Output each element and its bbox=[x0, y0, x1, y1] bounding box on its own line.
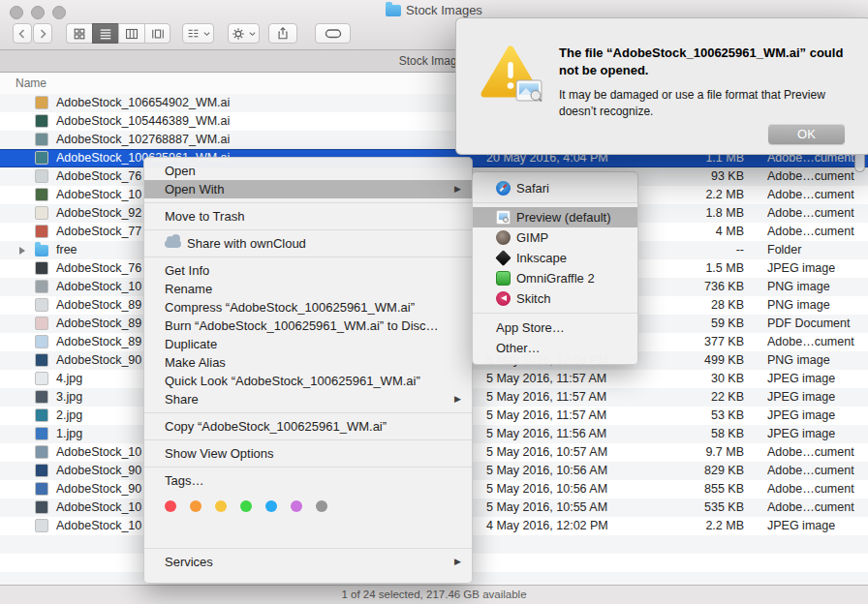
folder-icon bbox=[35, 245, 48, 257]
chevron-down-icon bbox=[203, 31, 210, 37]
menu-item-skitch[interactable]: Skitch bbox=[473, 288, 637, 309]
share-button[interactable] bbox=[268, 23, 297, 44]
file-kind: Adobe…cument bbox=[767, 167, 864, 186]
column-view-button[interactable] bbox=[118, 23, 144, 44]
file-icon bbox=[35, 298, 48, 312]
menu-item-make-alias[interactable]: Make Alias bbox=[144, 353, 472, 372]
file-name: AdobeStock_89 bbox=[56, 315, 141, 333]
tag-color-dot[interactable] bbox=[240, 500, 252, 512]
menu-separator bbox=[473, 313, 637, 314]
tag-color-dot[interactable] bbox=[291, 500, 302, 512]
arrange-icon bbox=[187, 27, 200, 40]
menu-item-move-to-trash[interactable]: Move to Trash bbox=[144, 207, 472, 226]
menu-item-quick-look-adobestock-100625961-wm-ai[interactable]: Quick Look “AdobeStock_100625961_WM.ai” bbox=[144, 372, 472, 390]
ok-button[interactable]: OK bbox=[768, 124, 845, 144]
menu-item-label: OmniGraffle 2 bbox=[516, 268, 595, 288]
menu-item-open-with[interactable]: Open With ▶ bbox=[144, 180, 472, 198]
ok-button-label: OK bbox=[797, 127, 816, 141]
tag-color-dot[interactable] bbox=[265, 500, 277, 512]
safari-icon bbox=[496, 181, 511, 196]
file-name: free bbox=[56, 241, 78, 259]
menu-item-label: Make Alias bbox=[165, 355, 226, 370]
menu-item-preview-default[interactable]: Preview (default) bbox=[473, 207, 637, 227]
open-with-submenu: Safari Preview (default) GIMP Inkscape O… bbox=[472, 171, 638, 365]
file-icon bbox=[35, 500, 48, 514]
menu-item-share-with-owncloud[interactable]: Share with ownCloud bbox=[144, 234, 472, 253]
arrange-button[interactable] bbox=[182, 23, 214, 44]
menu-item-tags[interactable]: Tags… bbox=[144, 471, 472, 490]
file-size: 59 KB bbox=[632, 315, 744, 333]
menu-item-app-store[interactable]: App Store… bbox=[473, 317, 637, 338]
column-view-icon bbox=[125, 27, 139, 41]
menu-item-compress-adobestock-100625961-wm-ai[interactable]: Compress “AdobeStock_100625961_WM.ai” bbox=[144, 298, 472, 317]
file-name: AdobeStock_105446389_WM.ai bbox=[56, 112, 230, 131]
forward-button[interactable] bbox=[33, 23, 52, 44]
file-date-modified: 5 May 2016, 11:56 AM bbox=[486, 425, 606, 443]
file-name: AdobeStock_10 bbox=[56, 517, 141, 535]
back-button[interactable] bbox=[13, 23, 32, 44]
action-button[interactable] bbox=[228, 23, 260, 44]
file-icon bbox=[35, 114, 48, 128]
file-icon bbox=[35, 261, 48, 275]
menu-item-label: Quick Look “AdobeStock_100625961_WM.ai” bbox=[165, 374, 420, 388]
file-date-modified: 5 May 2016, 10:57 AM bbox=[486, 443, 607, 462]
menu-item-label: Share with ownCloud bbox=[187, 236, 306, 251]
file-name: AdobeStock_102768887_WM.ai bbox=[56, 131, 230, 149]
file-kind: JPEG image bbox=[767, 517, 864, 535]
menu-item-duplicate[interactable]: Duplicate bbox=[144, 335, 472, 353]
menu-item-open[interactable]: Open bbox=[144, 162, 472, 180]
column-header-name[interactable]: Name bbox=[16, 73, 46, 94]
file-icon bbox=[35, 519, 48, 532]
menu-item-inkscape[interactable]: Inkscape bbox=[473, 248, 637, 268]
dialog-title: The file “AdobeStock_100625961_WM.ai” co… bbox=[559, 45, 855, 79]
file-size: 28 KB bbox=[632, 296, 744, 315]
menu-item-share[interactable]: Share ▶ bbox=[144, 390, 472, 408]
menu-item-label: Show View Options bbox=[165, 446, 274, 461]
menu-item-label: GIMP bbox=[516, 227, 548, 248]
menu-item-copy-adobestock-100625961-wm-ai[interactable]: Copy “AdobeStock_100625961_WM.ai” bbox=[144, 417, 472, 436]
file-size: 53 KB bbox=[632, 407, 744, 425]
file-icon bbox=[35, 335, 48, 348]
file-size: 736 KB bbox=[632, 278, 744, 296]
menu-item-label: Burn “AdobeStock_100625961_WM.ai” to Dis… bbox=[165, 318, 439, 333]
menu-item-services[interactable]: Services ▶ bbox=[144, 553, 472, 571]
menu-item-label: Skitch bbox=[516, 288, 550, 309]
menu-item-label: Inkscape bbox=[516, 248, 567, 268]
file-size: 829 KB bbox=[632, 462, 744, 480]
folder-icon bbox=[386, 5, 401, 16]
file-name: 2.jpg bbox=[56, 407, 82, 425]
coverflow-view-icon bbox=[151, 27, 165, 41]
file-size: 4 MB bbox=[632, 223, 744, 241]
preview-app-badge-icon bbox=[516, 80, 542, 102]
menu-item-omnigraffle-2[interactable]: OmniGraffle 2 bbox=[473, 268, 637, 288]
tag-color-dot[interactable] bbox=[165, 500, 176, 512]
file-date-modified: 4 May 2016, 12:02 PM bbox=[486, 517, 608, 535]
disclosure-triangle-icon[interactable] bbox=[19, 247, 25, 255]
menu-item-burn-adobestock-100625961-wm-ai-to-disc[interactable]: Burn “AdobeStock_100625961_WM.ai” to Dis… bbox=[144, 317, 472, 335]
file-name: AdobeStock_106654902_WM.ai bbox=[56, 94, 230, 112]
menu-separator bbox=[144, 202, 472, 203]
menu-item-get-info[interactable]: Get Info bbox=[144, 261, 472, 280]
tag-color-dot[interactable] bbox=[215, 500, 227, 512]
file-name: AdobeStock_89 bbox=[56, 296, 141, 315]
menu-item-rename[interactable]: Rename bbox=[144, 280, 472, 298]
file-size: 1.8 MB bbox=[632, 204, 744, 223]
submenu-arrow-icon: ▶ bbox=[454, 553, 461, 571]
chevron-down-icon bbox=[249, 31, 256, 37]
menu-item-label: Duplicate bbox=[165, 337, 217, 351]
tags-button[interactable] bbox=[315, 23, 351, 44]
file-icon bbox=[35, 427, 48, 440]
menu-item-other[interactable]: Other… bbox=[473, 338, 637, 358]
menu-item-safari[interactable]: Safari bbox=[473, 178, 637, 198]
coverflow-view-button[interactable] bbox=[144, 23, 170, 44]
tag-color-dot[interactable] bbox=[190, 500, 202, 512]
window-title-text: Stock Images bbox=[406, 3, 482, 17]
icon-view-button[interactable] bbox=[66, 23, 92, 44]
tag-color-dot[interactable] bbox=[316, 500, 327, 512]
share-icon bbox=[276, 26, 290, 41]
menu-item-gimp[interactable]: GIMP bbox=[473, 227, 637, 248]
list-view-button[interactable] bbox=[92, 23, 118, 44]
file-kind: PNG image bbox=[767, 278, 864, 296]
menu-item-show-view-options[interactable]: Show View Options bbox=[144, 444, 472, 463]
file-icon bbox=[35, 390, 48, 404]
